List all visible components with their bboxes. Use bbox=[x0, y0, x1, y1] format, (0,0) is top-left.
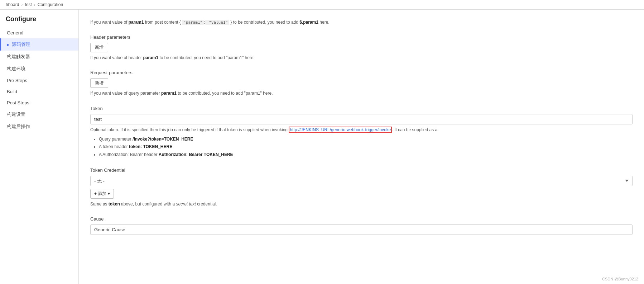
sidebar-item-poststeps[interactable]: Post Steps bbox=[0, 97, 78, 108]
main-content: If you want value of param1 from post co… bbox=[79, 10, 644, 284]
breadcrumb-sep-2: › bbox=[34, 2, 35, 7]
breadcrumb: hboard › test › Configuration bbox=[0, 0, 644, 10]
sidebar-item-label: 构建触发器 bbox=[7, 53, 30, 60]
sidebar-item-label: 源码管理 bbox=[12, 41, 30, 48]
token-desc: Optional token. If it is specified then … bbox=[90, 127, 633, 133]
dropdown-arrow-icon: ▾ bbox=[108, 191, 110, 196]
sidebar-item-label: General bbox=[7, 30, 23, 36]
sidebar-item-build[interactable]: Build bbox=[0, 86, 78, 97]
sidebar: Configure General ▶ 源码管理 构建触发器 构建环境 Pre … bbox=[0, 10, 79, 284]
sidebar-item-label: 构建设置 bbox=[7, 111, 25, 118]
sidebar-item-label: 构建环境 bbox=[7, 66, 25, 72]
token-bullets: Query parameter /invoke?token=TOKEN_HERE… bbox=[90, 136, 633, 159]
breadcrumb-item-3: Configuration bbox=[38, 2, 63, 7]
token-url-link[interactable]: http://JENKINS_URL/generic-webhook-trigg… bbox=[290, 127, 391, 132]
header-params-section: Header parameters 新增 If you want value o… bbox=[90, 34, 633, 61]
request-params-add-button[interactable]: 新增 bbox=[90, 78, 108, 88]
intro-section: If you want value of param1 from post co… bbox=[90, 19, 633, 26]
token-credential-label: Token Credential bbox=[90, 167, 633, 173]
token-bullet-3: A Authorization: Bearer header Authoriza… bbox=[99, 151, 633, 159]
sidebar-item-label: Post Steps bbox=[7, 100, 29, 105]
sidebar-item-settings[interactable]: 构建设置 bbox=[0, 108, 78, 120]
cause-label: Cause bbox=[90, 216, 633, 222]
sidebar-item-env[interactable]: 构建环境 bbox=[0, 63, 78, 75]
breadcrumb-item-2[interactable]: test bbox=[25, 2, 32, 7]
breadcrumb-sep-1: › bbox=[21, 2, 23, 7]
intro-text: If you want value of param1 from post co… bbox=[90, 19, 633, 26]
request-params-desc: If you want value of query parameter par… bbox=[90, 90, 633, 97]
sidebar-title: Configure bbox=[0, 15, 78, 27]
token-input[interactable] bbox=[90, 114, 633, 124]
sidebar-item-label: Build bbox=[7, 89, 17, 94]
header-params-add-button[interactable]: 新增 bbox=[90, 43, 108, 52]
token-section: Token Optional token. If it is specified… bbox=[90, 106, 633, 159]
token-bullet-1: Query parameter /invoke?token=TOKEN_HERE bbox=[99, 136, 633, 143]
sidebar-item-source[interactable]: ▶ 源码管理 bbox=[0, 38, 78, 51]
sidebar-item-label: Pre Steps bbox=[7, 78, 27, 83]
token-credential-select[interactable]: - 无 - Option1 Option2 bbox=[90, 176, 633, 186]
token-credential-section: Token Credential - 无 - Option1 Option2 +… bbox=[90, 167, 633, 208]
request-params-label: Request parameters bbox=[90, 70, 633, 75]
sidebar-item-presteps[interactable]: Pre Steps bbox=[0, 75, 78, 86]
header-params-desc: If you want value of header param1 to be… bbox=[90, 55, 633, 61]
breadcrumb-item-1[interactable]: hboard bbox=[6, 2, 19, 7]
cause-section: Cause bbox=[90, 216, 633, 235]
sidebar-item-postbuild[interactable]: 构建后操作 bbox=[0, 120, 78, 133]
cause-input[interactable] bbox=[90, 224, 633, 235]
sidebar-item-label: 构建后操作 bbox=[7, 123, 30, 130]
token-credential-select-wrapper: - 无 - Option1 Option2 bbox=[90, 176, 633, 186]
sidebar-item-triggers[interactable]: 构建触发器 bbox=[0, 51, 78, 63]
token-credential-add-button[interactable]: + 添加 ▾ bbox=[90, 189, 114, 199]
token-bullet-2: A token header token: TOKEN_HERE bbox=[99, 143, 633, 151]
footer-watermark: CSDN @Bunny0212 bbox=[602, 277, 638, 281]
token-label: Token bbox=[90, 106, 633, 111]
sidebar-item-general[interactable]: General bbox=[0, 27, 78, 38]
token-credential-desc: Same as token above, but configured with… bbox=[90, 201, 633, 208]
request-params-section: Request parameters 新增 If you want value … bbox=[90, 70, 633, 97]
sidebar-arrow-icon: ▶ bbox=[7, 43, 10, 47]
header-params-label: Header parameters bbox=[90, 34, 633, 40]
